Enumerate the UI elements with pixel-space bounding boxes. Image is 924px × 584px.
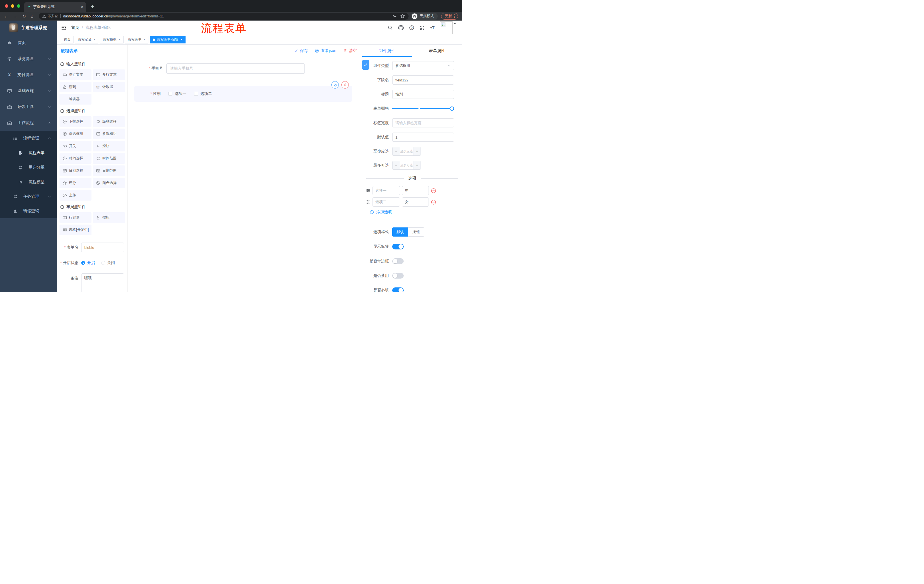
new-tab-button[interactable]: +	[91, 3, 94, 10]
remove-option-icon[interactable]	[431, 188, 436, 193]
sidebar-item-process-model[interactable]: 流程模型	[0, 174, 57, 189]
font-size-icon[interactable]: TT	[430, 25, 434, 30]
fullscreen-icon[interactable]	[420, 25, 425, 30]
field-name-input[interactable]	[392, 76, 454, 85]
tab-form-props[interactable]: 表单属性	[412, 44, 462, 57]
back-icon[interactable]: ←	[4, 14, 8, 18]
home-icon[interactable]: ⌂	[31, 14, 33, 18]
field-phone[interactable]: 手机号 请输入手机号	[134, 63, 352, 74]
option-value-input[interactable]	[402, 186, 429, 195]
window-controls[interactable]	[5, 4, 20, 8]
palette-item-editor[interactable]: 编辑器	[59, 94, 91, 105]
drawing-board[interactable]: 手机号 请输入手机号 性别 选项一 选项二	[127, 57, 362, 292]
tab-component-props[interactable]: 组件属性	[362, 44, 412, 57]
option-label-input[interactable]	[373, 186, 400, 195]
palette-item-select[interactable]: 下拉选择	[59, 116, 91, 127]
github-icon[interactable]	[398, 25, 404, 31]
delete-widget-button[interactable]	[342, 81, 349, 89]
close-window-button[interactable]	[5, 4, 8, 8]
tag-process-form-edit[interactable]: 流程表单-编辑✕	[150, 36, 185, 43]
sidebar-item-workflow[interactable]: 工作流程	[0, 115, 57, 131]
palette-item-date-range[interactable]: 日期范围	[93, 165, 125, 176]
form-remark-textarea[interactable]: 嘿嘿	[81, 273, 124, 292]
forward-icon[interactable]: →	[13, 14, 17, 18]
palette-item-radio-group[interactable]: 单选框组	[59, 128, 91, 139]
palette-item-upload[interactable]: 上传	[59, 190, 91, 201]
stepper-increase-button[interactable]: +	[413, 161, 421, 169]
save-button[interactable]: ✓保存	[295, 48, 308, 53]
sidebar-item-infra[interactable]: 基础设施	[0, 83, 57, 99]
sidebar-item-process-mgmt[interactable]: 流程管理	[0, 131, 57, 145]
search-icon[interactable]	[388, 25, 393, 30]
stepper-input[interactable]: 至少应选	[400, 147, 413, 155]
tag-process-form[interactable]: 流程表单✕	[125, 36, 148, 43]
browser-menu-icon[interactable]	[454, 14, 455, 18]
drag-handle-icon[interactable]	[366, 200, 371, 204]
update-button[interactable]: 更新	[441, 13, 458, 20]
sidebar-logo[interactable]: 芋道管理系统	[0, 21, 57, 35]
tab-close-icon[interactable]: ✕	[81, 5, 84, 9]
sidebar-item-home[interactable]: 首页	[0, 35, 57, 51]
required-toggle[interactable]	[392, 288, 404, 292]
palette-item-counter[interactable]: 123计数器	[93, 82, 125, 92]
stepper-decrease-button[interactable]: −	[393, 147, 400, 155]
tag-home[interactable]: 首页	[61, 36, 73, 43]
browser-tab[interactable]: 芋道管理系统 ✕	[24, 2, 86, 12]
label-width-input[interactable]	[392, 118, 454, 127]
status-off-radio[interactable]: 关闭	[101, 260, 115, 265]
checkbox[interactable]	[168, 92, 172, 96]
sidebar-item-payment[interactable]: ¥ 支付管理	[0, 67, 57, 83]
add-option-button[interactable]: 添加选项	[370, 209, 462, 215]
stepper-decrease-button[interactable]: −	[393, 161, 400, 169]
tag-close-icon[interactable]: ✕	[118, 38, 120, 41]
palette-item-time-range[interactable]: 时间范围	[93, 153, 125, 164]
gender-option-2[interactable]: 选项二	[194, 91, 212, 96]
copy-widget-button[interactable]	[332, 81, 339, 89]
slider-handle[interactable]	[450, 107, 454, 111]
field-gender-selected[interactable]: 性别 选项一 选项二	[134, 86, 352, 102]
palette-item-rate[interactable]: 评分	[59, 178, 91, 188]
gender-option-1[interactable]: 选项一	[168, 91, 186, 96]
form-name-input[interactable]	[81, 243, 124, 252]
sidebar-item-devtools[interactable]: 研发工具	[0, 99, 57, 115]
key-icon[interactable]	[392, 14, 397, 18]
clear-button[interactable]: 清空	[343, 48, 357, 53]
tag-close-icon[interactable]: ✕	[180, 38, 182, 41]
tag-process-definition[interactable]: 流程定义✕	[75, 36, 98, 43]
min-select-stepper[interactable]: −至少应选+	[392, 147, 421, 156]
palette-item-button[interactable]: 按钮	[93, 212, 125, 223]
tag-close-icon[interactable]: ✕	[143, 38, 145, 41]
palette-item-date-picker[interactable]: 日期选择	[59, 165, 91, 176]
slider-track[interactable]	[392, 108, 452, 109]
sidebar-collapse-icon[interactable]	[61, 25, 66, 30]
phone-input[interactable]: 请输入手机号	[167, 63, 305, 74]
maximize-window-button[interactable]	[17, 4, 20, 8]
component-type-select[interactable]: 多选框组	[392, 61, 454, 70]
palette-item-table[interactable]: 表格[开发中]	[59, 225, 91, 235]
option-value-input[interactable]	[402, 197, 429, 207]
palette-item-single-text[interactable]: 单行文本	[59, 69, 91, 80]
tag-close-icon[interactable]: ✕	[93, 38, 96, 41]
palette-item-row-container[interactable]: 行容器	[59, 212, 91, 223]
breadcrumb-home[interactable]: 首页	[71, 25, 79, 30]
palette-item-time-picker[interactable]: 时间选择	[59, 153, 91, 164]
link-drawer-handle[interactable]	[362, 60, 370, 70]
status-on-radio[interactable]: 开启	[81, 260, 95, 265]
disabled-toggle[interactable]	[392, 273, 404, 278]
palette-item-password[interactable]: 密码	[59, 82, 91, 92]
help-icon[interactable]: ?	[409, 25, 414, 30]
sidebar-item-leave-query[interactable]: 请假查询	[0, 204, 57, 218]
sidebar-item-system[interactable]: 系统管理	[0, 51, 57, 67]
checkbox[interactable]	[194, 92, 198, 96]
view-json-button[interactable]: 查看json	[315, 48, 336, 53]
border-toggle[interactable]	[392, 258, 404, 264]
default-value-input[interactable]	[392, 133, 454, 142]
avatar-broken-image[interactable]	[440, 21, 452, 34]
palette-item-slider[interactable]: 滑块	[93, 141, 125, 151]
palette-item-multi-text[interactable]: 多行文本	[93, 69, 125, 80]
stepper-increase-button[interactable]: +	[413, 147, 421, 155]
style-default-button[interactable]: 默认	[392, 227, 408, 237]
stepper-input[interactable]: 最多可选	[400, 161, 413, 169]
palette-item-cascader[interactable]: 级联选择	[93, 116, 125, 127]
palette-item-color-picker[interactable]: 颜色选择	[93, 178, 125, 188]
